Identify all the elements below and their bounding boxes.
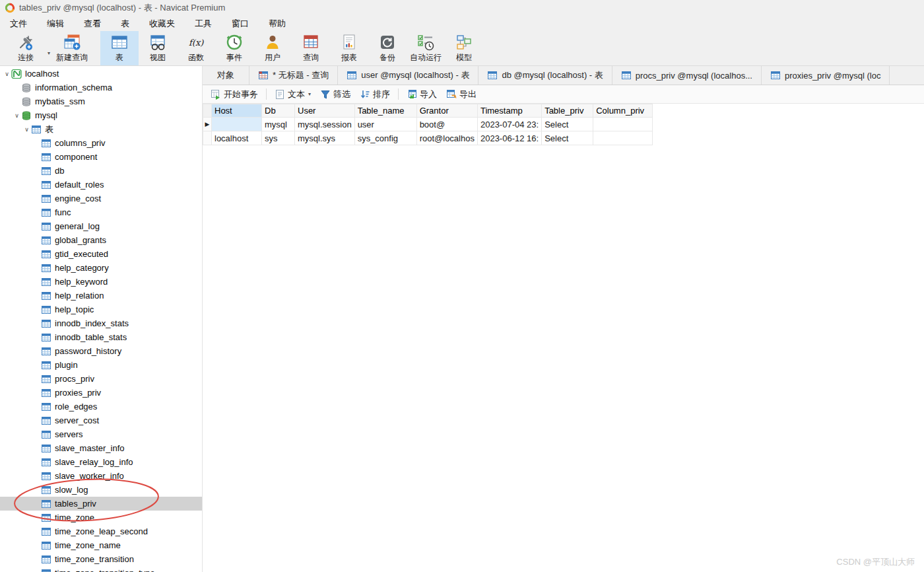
chevron-down-icon[interactable]: ∨ [13,112,21,119]
grid-column-header-host[interactable]: Host [212,104,262,118]
chevron-down-icon[interactable]: ∨ [3,71,11,77]
table-toolbar-button-筛选[interactable]: 筛选 [315,87,355,102]
toolbar-button-表[interactable]: 表 [100,31,139,65]
grid-cell[interactable]: root@localhos [416,131,477,145]
sidebar-item-global-grants[interactable]: global_grants [0,233,202,247]
table-toolbar-button-导入[interactable]: 导入 [402,87,442,102]
sidebar-item-default-roles[interactable]: default_roles [0,178,202,192]
grid-cell[interactable] [593,131,653,145]
toolbar-button-连接[interactable]: 连接 [7,31,45,65]
sidebar-item-help-category[interactable]: help_category [0,261,202,275]
sidebar-item-server-cost[interactable]: server_cost [0,413,202,427]
sidebar-item-password-history[interactable]: password_history [0,344,202,358]
sidebar-item-gtid-executed[interactable]: gtid_executed [0,247,202,261]
table-toolbar-button-文本[interactable]: 文本▾ [270,87,315,102]
sidebar-item-slave-master-info[interactable]: slave_master_info [0,441,202,455]
sidebar-item-proxies-priv[interactable]: proxies_priv [0,386,202,400]
sidebar-item-help-relation[interactable]: help_relation [0,289,202,303]
grid-cell[interactable] [593,118,653,131]
table-toolbar-button-排序[interactable]: 排序 [355,87,395,102]
sidebar-item-help-topic[interactable]: help_topic [0,303,202,316]
sidebar-item-innodb-index-stats[interactable]: innodb_index_stats [0,316,202,330]
menu-item-窗口[interactable]: 窗口 [222,17,259,31]
menu-item-收藏夹[interactable]: 收藏夹 [139,17,185,31]
grid-cell[interactable]: Select [542,118,593,131]
grid-column-header-user[interactable]: User [295,104,355,118]
sidebar-item-servers[interactable]: servers [0,427,202,441]
toolbar-button-函数[interactable]: f(x)函数 [177,31,215,65]
grid-cell[interactable]: localhost [212,131,262,145]
sidebar-item-columns-priv[interactable]: columns_priv [0,136,202,150]
grid-cell[interactable]: sys [262,131,295,145]
tab-user-mysql-localhost-表[interactable]: user @mysql (localhost) - 表 [338,66,478,85]
grid-column-header-table-name[interactable]: Table_name [354,104,416,118]
sidebar-item-engine-cost[interactable]: engine_cost [0,192,202,205]
grid-column-header-table-priv[interactable]: Table_priv [542,104,593,118]
sidebar-item-time-zone-leap-second[interactable]: time_zone_leap_second [0,524,202,538]
toolbar-button-查询[interactable]: 查询 [292,31,330,65]
toolbar-button-报表[interactable]: 报表 [330,31,368,65]
sidebar-item-component[interactable]: component [0,150,202,164]
toolbar-button-事件[interactable]: 事件 [215,31,253,65]
sidebar-item-func[interactable]: func [0,205,202,219]
sidebar-item-time-zone-transition[interactable]: time_zone_transition [0,552,202,566]
grid-cell[interactable]: boot@ [416,118,477,131]
grid-cell[interactable] [212,118,262,131]
grid-cell[interactable]: mysql [262,118,295,131]
sidebar-item-help-keyword[interactable]: help_keyword [0,275,202,289]
toolbar-button-视图[interactable]: 视图 [139,31,177,65]
grid-cell[interactable]: mysql.session [295,118,355,131]
toolbar-button-新建查询[interactable]: 新建查询 [53,31,91,65]
toolbar-button-自动运行[interactable]: 自动运行 [407,31,445,65]
sidebar-item-innodb-table-stats[interactable]: innodb_table_stats [0,330,202,344]
grid-column-header-db[interactable]: Db [262,104,295,118]
sidebar-item-time-zone[interactable]: time_zone [0,511,202,524]
sidebar-item-表[interactable]: ∨表 [0,122,202,136]
toolbar-dropdown-caret[interactable]: ▾ [45,31,53,65]
sidebar-item-slow-log[interactable]: slow_log [0,483,202,497]
menu-item-工具[interactable]: 工具 [185,17,222,31]
toolbar-button-用户[interactable]: 用户 [253,31,292,65]
tab-对象[interactable]: 对象 [203,66,249,85]
grid-cell[interactable]: 2023-07-04 23: [477,118,541,131]
sidebar-item-plugin[interactable]: plugin [0,358,202,372]
grid-cell[interactable]: user [354,118,416,131]
grid-column-header-column-priv[interactable]: Column_priv [593,104,653,118]
menu-item-文件[interactable]: 文件 [0,17,37,31]
grid-cell[interactable]: 2023-06-12 16: [477,131,541,145]
sidebar-item-slave-relay-log-info[interactable]: slave_relay_log_info [0,455,202,469]
dropdown-caret[interactable]: ▾ [308,91,311,97]
sidebar-item-time-zone-name[interactable]: time_zone_name [0,538,202,552]
sidebar-item-slave-worker-info[interactable]: slave_worker_info [0,469,202,483]
sidebar-item-db[interactable]: db [0,164,202,178]
menu-item-表[interactable]: 表 [111,17,139,31]
sidebar-item-tables-priv[interactable]: tables_priv [0,497,202,511]
toolbar-button-备份[interactable]: 备份 [368,31,407,65]
toolbar-button-模型[interactable]: 模型 [445,31,483,65]
grid-column-header-grantor[interactable]: Grantor [416,104,477,118]
menu-item-编辑[interactable]: 编辑 [37,17,74,31]
sidebar-item-localhost[interactable]: ∨localhost [0,67,202,81]
menu-item-帮助[interactable]: 帮助 [259,17,296,31]
menu-item-查看[interactable]: 查看 [74,17,111,31]
grid-row-marker[interactable] [203,131,212,145]
table-toolbar-button-导出[interactable]: 导出 [442,87,481,102]
sidebar-item-time-zone-transition-type[interactable]: time_zone_transition_type [0,566,202,572]
tab-db-mysql-localhost-表[interactable]: db @mysql (localhost) - 表 [478,66,612,85]
sidebar-item-role-edges[interactable]: role_edges [0,400,202,413]
grid-cell[interactable]: Select [542,131,593,145]
grid-cell[interactable]: mysql.sys [295,131,355,145]
grid-row-marker[interactable]: ▶ [203,118,212,131]
tab-procs-priv-mysql-localhos[interactable]: procs_priv @mysql (localhos... [612,66,762,85]
chevron-down-icon[interactable]: ∨ [22,126,31,133]
sidebar-item-mybatis-ssm[interactable]: mybatis_ssm [0,94,202,108]
grid-cell[interactable]: sys_config [354,131,416,145]
grid-column-header-timestamp[interactable]: Timestamp [477,104,541,118]
sidebar-item-general-log[interactable]: general_log [0,219,202,233]
sidebar-item-mysql[interactable]: ∨mysql [0,108,202,122]
tab-proxies-priv-mysql-loc[interactable]: proxies_priv @mysql (loc [762,66,890,85]
sidebar-item-information-schema[interactable]: information_schema [0,81,202,94]
tab-无标题-查询[interactable]: * 无标题 - 查询 [249,66,338,85]
sidebar-item-procs-priv[interactable]: procs_priv [0,372,202,386]
table-toolbar-button-开始事务[interactable]: 开始事务 [206,87,263,102]
